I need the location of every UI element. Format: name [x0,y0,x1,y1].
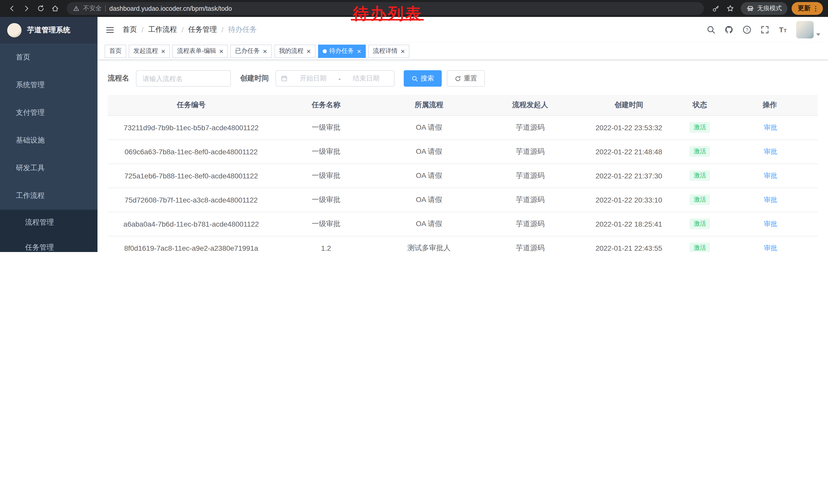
date-range-picker[interactable]: 开始日期 - 结束日期 [276,70,395,87]
approve-link[interactable]: 审批 [762,123,777,132]
process-name-label: 流程名 [108,74,129,83]
search-button-label: 搜索 [421,74,434,83]
font-size-icon[interactable]: TT [778,25,787,34]
start-date-placeholder: 开始日期 [290,74,336,83]
cell-task-name: 一级审批 [275,188,377,212]
browser-forward-icon[interactable] [19,2,33,15]
approve-link[interactable]: 审批 [762,243,777,252]
search-button[interactable]: 搜索 [404,70,442,87]
cell-task-id: 725a1eb6-7b88-11ec-8ef0-acde48001122 [108,164,275,188]
tab-close-icon[interactable]: × [161,47,165,55]
end-date-placeholder: 结束日期 [343,74,389,83]
key-icon[interactable] [709,2,722,15]
sidebar: 芋道管理系统 首页系统管理支付管理基础设施研发工具工作流程流程管理任务管理我的流… [0,17,97,252]
update-button[interactable]: 更新 [792,2,823,15]
refresh-icon [455,75,461,82]
sidebar-item-label: 研发工具 [16,164,85,173]
cell-task-id: 75d72608-7b7f-11ec-a3c8-acde48001122 [108,188,275,212]
sidebar-item-task-management[interactable]: 任务管理 [0,235,97,252]
approve-link[interactable]: 审批 [762,195,777,204]
approve-label: 审批 [764,219,777,228]
sidebar-menu: 首页系统管理支付管理基础设施研发工具工作流程流程管理任务管理我的流程待办任务已办… [0,44,97,252]
address-divider [105,5,106,12]
approve-label: 审批 [764,171,777,180]
breadcrumb-item[interactable]: 首页 [123,25,137,34]
help-icon[interactable]: ? [742,25,752,34]
approve-link[interactable]: 审批 [762,171,777,180]
cell-task-name: 一级审批 [275,164,377,188]
sidebar-item-home[interactable]: 首页 [0,44,97,71]
cell-task-name: 一级审批 [275,212,377,236]
sidebar-item-workflow[interactable]: 工作流程 [0,182,97,210]
process-name-input[interactable] [136,70,231,87]
app-logo[interactable]: 芋道管理系统 [0,17,97,44]
sidebar-item-label: 系统管理 [16,81,85,90]
tab-close-icon[interactable]: × [219,47,223,55]
page-content: 流程名 创建时间 开始日期 - 结束日期 搜索 重 [97,60,828,252]
sidebar-item-infrastructure[interactable]: 基础设施 [0,127,97,154]
tab-close-icon[interactable]: × [357,47,361,55]
tab[interactable]: 流程详情× [368,44,409,58]
user-menu[interactable] [796,21,820,39]
tab-close-icon[interactable]: × [401,47,405,55]
cell-task-id: 8f0d1619-7ac8-11ec-a9e2-a2380e71991a [108,236,275,252]
cell-process: 测试多审批人 [378,236,481,252]
sidebar-item-label: 首页 [16,53,90,62]
browser-reload-icon[interactable] [34,2,47,15]
sidebar-item-system-management[interactable]: 系统管理 [0,71,97,99]
collapse-sidebar-icon[interactable] [105,25,115,35]
sidebar-item-payment-management[interactable]: 支付管理 [0,99,97,127]
sidebar-item-label: 工作流程 [16,191,85,200]
breadcrumb-item[interactable]: 工作流程 [148,25,177,34]
column-header: 任务名称 [275,95,377,116]
tab[interactable]: 发起流程× [129,44,170,58]
tab-label: 我的流程 [279,47,303,55]
github-icon[interactable] [724,25,734,34]
cell-initiator: 芋道源码 [481,164,580,188]
browser-home-icon[interactable] [48,2,61,15]
approve-label: 审批 [764,195,777,204]
tab-label: 首页 [109,47,122,55]
tab[interactable]: 流程表单-编辑× [172,44,228,58]
tab[interactable]: 我的流程× [274,44,315,58]
reset-button[interactable]: 重置 [447,70,485,87]
breadcrumb-item: 待办任务 [228,25,257,34]
search-button-icon [411,75,418,82]
sidebar-item-label: 任务管理 [25,243,85,252]
task-table: 任务编号任务名称所属流程流程发起人创建时间状态操作 73211d9d-7b9b-… [108,95,818,252]
cell-initiator: 芋道源码 [481,236,580,252]
cell-created: 2022-01-22 23:53:32 [580,116,678,139]
tab[interactable]: 首页 [105,44,126,58]
tab-label: 流程详情 [373,47,398,55]
cell-created: 2022-01-22 20:33:10 [580,188,678,212]
approve-link[interactable]: 审批 [762,147,777,156]
breadcrumb-item[interactable]: 任务管理 [188,25,217,34]
sidebar-item-dev-tools[interactable]: 研发工具 [0,154,97,182]
cell-process: OA 请假 [378,188,481,212]
table-header-row: 任务编号任务名称所属流程流程发起人创建时间状态操作 [108,95,818,116]
sidebar-item-process-management[interactable]: 流程管理 [0,210,97,235]
tab[interactable]: 已办任务× [231,44,272,58]
breadcrumb: 首页/工作流程/任务管理/待办任务 [123,25,257,34]
tab-close-icon[interactable]: × [263,47,267,55]
cell-process: OA 请假 [378,139,481,164]
reset-button-label: 重置 [464,74,477,83]
star-icon[interactable] [723,2,737,15]
browser-menu-icon[interactable] [812,5,819,12]
fullscreen-icon[interactable] [760,25,770,34]
column-header: 任务编号 [108,95,275,116]
sidebar-item-label: 流程管理 [25,218,85,227]
approve-link[interactable]: 审批 [762,219,777,228]
tab[interactable]: 待办任务× [318,44,366,58]
tab-label: 发起流程 [133,47,158,55]
browser-back-icon[interactable] [5,2,18,15]
table-row: 725a1eb6-7b88-11ec-8ef0-acde48001122一级审批… [108,164,818,188]
annotation-todo-list: 待办列表 [353,6,423,21]
topbar: 首页/工作流程/任务管理/待办任务 ? TT [97,17,828,43]
cell-task-id: 069c6a63-7b8a-11ec-8ef0-acde48001122 [108,139,275,164]
column-header: 操作 [722,95,818,116]
cell-created: 2022-01-22 21:37:30 [580,164,678,188]
tab-close-icon[interactable]: × [306,47,310,55]
search-icon[interactable] [706,25,716,34]
avatar [796,21,814,39]
